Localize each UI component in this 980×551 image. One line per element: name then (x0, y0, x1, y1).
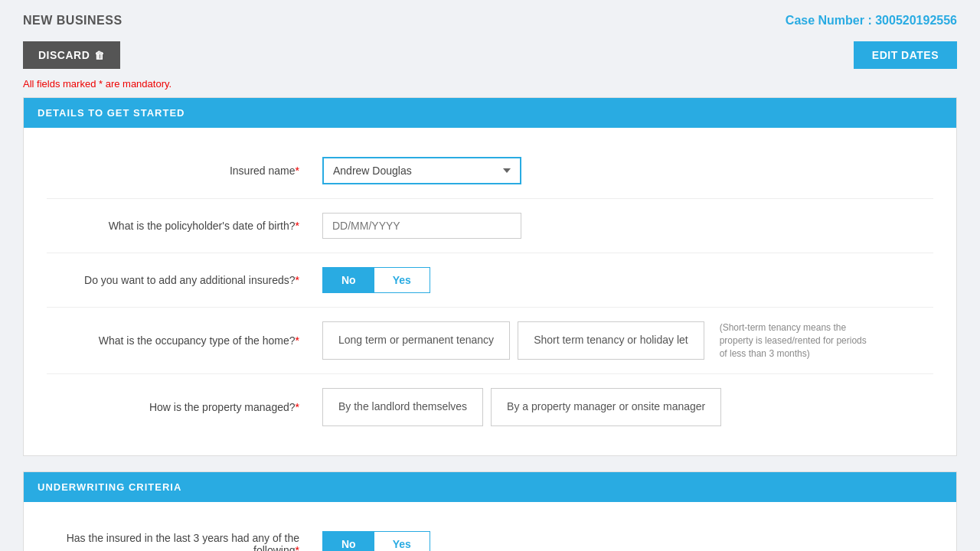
additional-insureds-yes-button[interactable]: Yes (374, 268, 430, 292)
underwriting-section-header: UNDERWRITING CRITERIA (24, 472, 956, 502)
top-bar: NEW BUSINESS Case Number : 300520192556 (0, 0, 980, 41)
case-number: Case Number : 300520192556 (786, 14, 957, 28)
additional-insureds-no-button[interactable]: No (323, 268, 374, 292)
last-3-years-toggle: No Yes (322, 531, 430, 551)
property-managed-row: How is the property managed?* By the lan… (47, 374, 933, 440)
property-managed-label: How is the property managed?* (47, 401, 322, 413)
occupancy-type-control: Long term or permanent tenancy Short ter… (322, 321, 933, 360)
insured-name-select[interactable]: Andrew Douglas Other (322, 157, 521, 184)
insured-name-control: Andrew Douglas Other (322, 157, 933, 184)
additional-insureds-control: No Yes (322, 267, 933, 293)
additional-insureds-label: Do you want to add any additional insure… (47, 274, 322, 286)
occupancy-long-term-button[interactable]: Long term or permanent tenancy (322, 321, 510, 360)
discard-label: DISCARD (38, 49, 90, 61)
underwriting-section: UNDERWRITING CRITERIA Has the insured in… (23, 471, 957, 551)
last-3-years-row: Has the insured in the last 3 years had … (47, 517, 933, 551)
last-3-years-no-button[interactable]: No (323, 532, 374, 551)
edit-dates-button[interactable]: EDIT DATES (854, 41, 957, 69)
managed-landlord-button[interactable]: By the landlord themselves (322, 388, 483, 426)
action-bar: DISCARD 🗑 EDIT DATES (0, 41, 980, 78)
discard-button[interactable]: DISCARD 🗑 (23, 41, 120, 69)
details-section-header: DETAILS TO GET STARTED (24, 98, 956, 128)
last-3-years-yes-button[interactable]: Yes (374, 532, 430, 551)
property-managed-control: By the landlord themselves By a property… (322, 388, 933, 426)
dob-label: What is the policyholder's date of birth… (47, 220, 322, 232)
underwriting-section-body: Has the insured in the last 3 years had … (24, 502, 956, 551)
additional-insureds-row: Do you want to add any additional insure… (47, 253, 933, 308)
dob-control (322, 213, 933, 239)
insured-name-row: Insured name* Andrew Douglas Other (47, 143, 933, 199)
last-3-years-label: Has the insured in the last 3 years had … (47, 532, 322, 551)
details-section: DETAILS TO GET STARTED Insured name* And… (23, 97, 957, 456)
dob-input[interactable] (322, 213, 521, 239)
dob-row: What is the policyholder's date of birth… (47, 199, 933, 253)
occupancy-type-row: What is the occupancy type of the home?*… (47, 308, 933, 374)
trash-icon: 🗑 (94, 50, 105, 61)
managed-property-manager-button[interactable]: By a property manager or onsite manager (491, 388, 721, 426)
last-3-years-control: No Yes (322, 531, 933, 551)
mandatory-note: All fields marked * are mandatory. (0, 78, 980, 97)
occupancy-short-term-button[interactable]: Short term tenancy or holiday let (518, 321, 704, 360)
insured-name-label: Insured name* (47, 165, 322, 177)
additional-insureds-toggle: No Yes (322, 267, 430, 293)
occupancy-type-label: What is the occupancy type of the home?* (47, 334, 322, 347)
occupancy-hint: (Short-term tenancy means the property i… (720, 321, 873, 360)
details-section-body: Insured name* Andrew Douglas Other What … (24, 128, 956, 455)
page-title: NEW BUSINESS (23, 14, 122, 28)
